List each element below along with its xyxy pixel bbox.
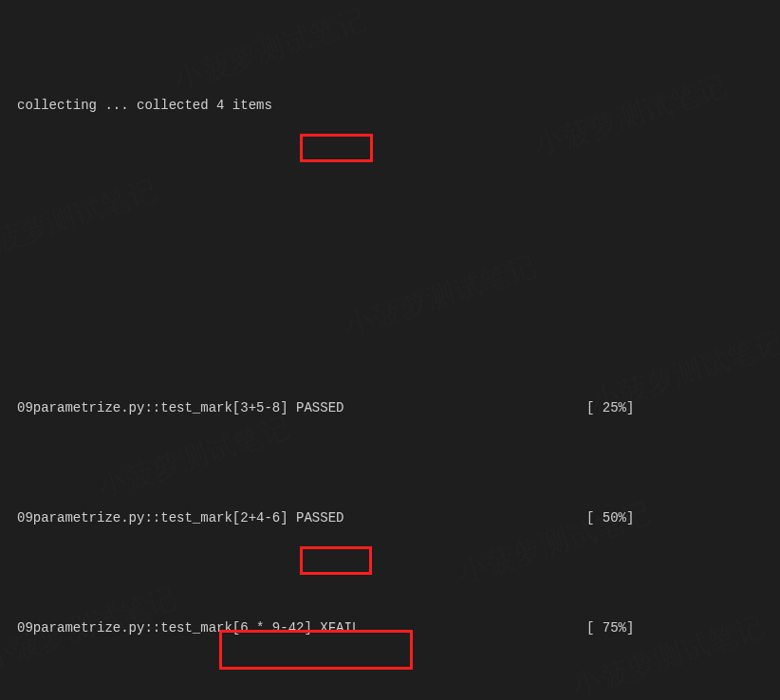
test-result-row: 09parametrize.py::test_mark[2+4-6] PASSE… <box>17 505 763 532</box>
test-result-row: 09parametrize.py::test_mark[6 * 9-42] XF… <box>17 615 763 642</box>
test-result-pct: [ 50%] <box>586 505 634 532</box>
test-result-row: 09parametrize.py::test_mark[3+5-8] PASSE… <box>17 395 763 422</box>
test-result-pct: [ 25%] <box>586 395 634 422</box>
test-result-line: 09parametrize.py::test_mark[2+4-6] PASSE… <box>17 505 344 532</box>
blank-line <box>17 285 763 312</box>
collecting-text: collecting ... collected 4 items <box>17 92 272 120</box>
collecting-line: collecting ... collected 4 items <box>17 92 763 120</box>
blank-line <box>17 202 763 230</box>
highlight-box-skipped <box>300 546 372 575</box>
terminal-output: collecting ... collected 4 items 09param… <box>0 0 780 700</box>
test-result-pct: [ 75%] <box>586 615 634 642</box>
test-result-line: 09parametrize.py::test_mark[3+5-8] PASSE… <box>17 395 344 422</box>
highlight-box-xfail <box>300 134 373 162</box>
test-result-line: 09parametrize.py::test_mark[6 * 9-42] XF… <box>17 615 360 642</box>
